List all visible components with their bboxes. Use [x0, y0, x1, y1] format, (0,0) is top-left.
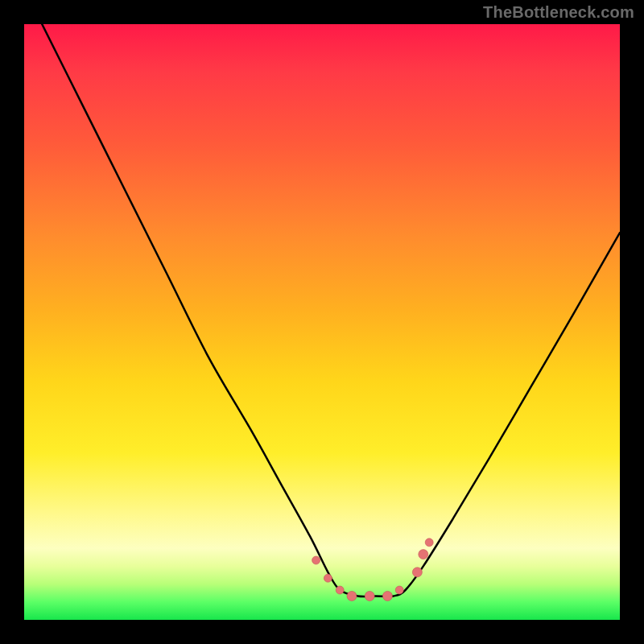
- chart-frame: TheBottleneck.com: [0, 0, 644, 644]
- curve-marker: [412, 568, 422, 577]
- curve-marker: [365, 591, 374, 601]
- curve-marker: [382, 591, 392, 601]
- bottleneck-curve: [42, 24, 620, 597]
- curve-marker: [336, 586, 344, 594]
- curve-marker: [425, 539, 433, 547]
- attribution-text: TheBottleneck.com: [483, 3, 634, 22]
- curve-marker: [395, 586, 403, 594]
- curve-marker: [312, 556, 320, 564]
- curve-marker: [419, 550, 428, 559]
- curve-marker: [324, 574, 332, 582]
- curve-svg: [24, 24, 620, 620]
- plot-area: [24, 24, 620, 620]
- curve-markers: [312, 539, 434, 601]
- curve-marker: [347, 591, 357, 601]
